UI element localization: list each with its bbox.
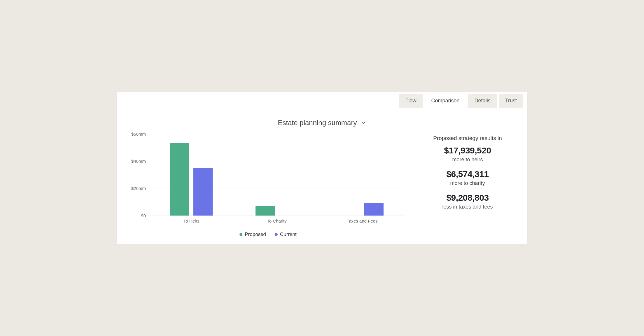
bars-layer: [149, 134, 405, 216]
summary-item: $17,939,520more to heirs: [419, 146, 516, 163]
legend-label: Current: [280, 232, 297, 237]
legend: ProposedCurrent: [128, 232, 408, 237]
tab-bar: Flow Comparison Details Trust: [117, 92, 527, 108]
gridline: [149, 216, 405, 216]
bar-proposed: [170, 143, 189, 215]
y-tick-label: $20mm: [128, 186, 146, 191]
category-group: [319, 134, 405, 216]
summary-lead: Proposed strategy results in: [419, 135, 516, 141]
legend-item: Proposed: [239, 232, 266, 237]
content-area: Estate planning summary $0$20mm$40mm$60m…: [117, 108, 527, 244]
y-tick-label: $40mm: [128, 158, 146, 163]
bar-chart: $0$20mm$40mm$60mm To HeirsTo CharityTaxe…: [128, 134, 408, 237]
legend-swatch: [275, 233, 278, 236]
summary-panel: Proposed strategy results in $17,939,520…: [419, 134, 516, 237]
tab-details[interactable]: Details: [468, 94, 497, 108]
x-tick-label: To Heirs: [149, 216, 234, 223]
category-group: [234, 134, 320, 216]
summary-amount: $6,574,311: [419, 169, 516, 179]
x-tick-label: To Charity: [234, 216, 320, 223]
y-tick-label: $0: [128, 213, 146, 218]
legend-swatch: [239, 233, 242, 236]
bar-current: [364, 203, 384, 216]
category-group: [149, 134, 234, 216]
summary-item: $9,208,803less in taxes and fees: [419, 193, 516, 210]
x-tick-label: Taxes and Fees: [319, 216, 405, 223]
page-title: Estate planning summary: [278, 119, 357, 127]
summary-amount: $9,208,803: [419, 193, 516, 203]
summary-item: $6,574,311more to charity: [419, 169, 516, 186]
summary-desc: less in taxes and fees: [419, 204, 516, 210]
tab-comparison[interactable]: Comparison: [425, 94, 466, 108]
title-dropdown[interactable]: Estate planning summary: [128, 119, 516, 127]
bar-proposed: [256, 206, 275, 216]
summary-desc: more to charity: [419, 180, 516, 186]
summary-desc: more to heirs: [419, 157, 516, 163]
legend-item: Current: [275, 232, 297, 237]
main-row: $0$20mm$40mm$60mm To HeirsTo CharityTaxe…: [128, 134, 516, 237]
y-tick-label: $60mm: [128, 131, 146, 136]
bar-current: [193, 168, 213, 215]
tab-flow[interactable]: Flow: [399, 94, 423, 108]
summary-amount: $17,939,520: [419, 146, 516, 155]
chevron-down-icon: [361, 120, 366, 125]
legend-label: Proposed: [245, 232, 266, 237]
tab-trust[interactable]: Trust: [499, 94, 523, 108]
card: Flow Comparison Details Trust Estate pla…: [117, 92, 527, 244]
